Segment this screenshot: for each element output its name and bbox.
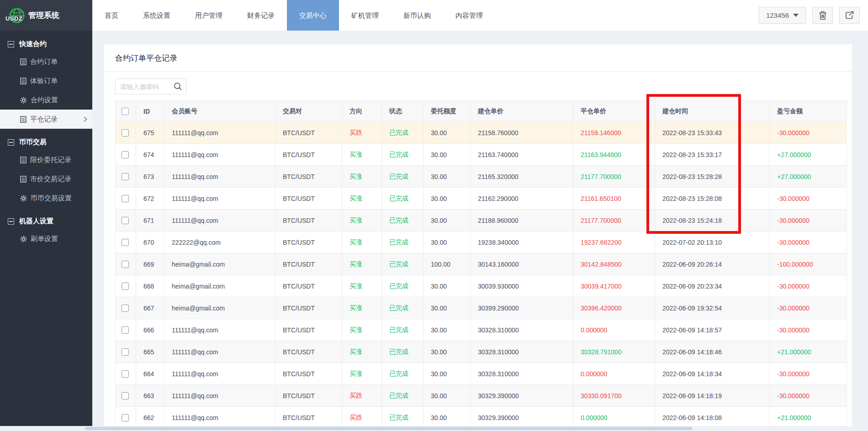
cell-amount: 30.00: [423, 122, 471, 144]
row-checkbox[interactable]: [122, 151, 129, 158]
cell-pair: BTC/USDT: [275, 275, 342, 297]
nav-item-2[interactable]: 用户管理: [183, 0, 235, 31]
cell-pnl: -100.000000: [770, 253, 847, 275]
sidebar-item-2-0[interactable]: 刷单设置: [0, 229, 92, 248]
cell-amount: 30.00: [423, 319, 471, 341]
cell-pnl: +27.000000: [770, 144, 847, 166]
cell-status: 已完成: [382, 122, 423, 144]
horizontal-scrollbar-thumb[interactable]: [85, 427, 693, 430]
cell-account: 111111@qq.com: [164, 385, 275, 407]
cell-id: 662: [136, 407, 164, 429]
cell-open_price: 19238.340000: [471, 231, 573, 253]
cell-amount: 30.00: [423, 363, 471, 385]
cell-pnl: -30.000000: [770, 275, 847, 297]
cell-close_price: 0.000000: [573, 407, 655, 429]
table-row: 668heima@gmail.comBTC/USDT买涨已完成30.003003…: [116, 275, 847, 297]
sidebar-item-1-1[interactable]: 市价交易记录: [0, 169, 92, 189]
row-checkbox[interactable]: [122, 195, 129, 202]
cell-account: 222222@qq.com: [164, 231, 275, 253]
cell-amount: 100.00: [423, 253, 471, 275]
export-icon: [845, 11, 854, 20]
sidebar-item-0-3[interactable]: 平仓记录: [0, 110, 92, 129]
cell-direction: 买涨: [342, 231, 382, 253]
cell-status: 已完成: [382, 144, 423, 166]
sidebar-item-0-0[interactable]: 合约订单: [0, 52, 92, 71]
table-row: 672111111@qq.comBTC/USDT买涨已完成30.0021162.…: [116, 188, 847, 210]
cell-pnl: -30.000000: [770, 297, 847, 319]
nav-item-5[interactable]: 矿机管理: [339, 0, 391, 31]
page-title: 合约订单平仓记录: [104, 44, 852, 72]
row-checkbox[interactable]: [122, 239, 129, 246]
cell-open_price: 30039.930000: [471, 275, 573, 297]
collapse-icon: [8, 41, 14, 47]
cell-pair: BTC/USDT: [275, 188, 342, 210]
row-checkbox[interactable]: [122, 305, 129, 312]
nav-item-6[interactable]: 新币认购: [391, 0, 443, 31]
cell-open_time: 2022-06-09 20:26:14: [655, 253, 770, 275]
row-checkbox[interactable]: [122, 217, 129, 224]
nav-item-0[interactable]: 首页: [92, 0, 131, 31]
sidebar-section-title-1[interactable]: 币币交易: [0, 129, 92, 150]
row-checkbox[interactable]: [122, 261, 129, 268]
cell-account: 111111@qq.com: [164, 188, 275, 210]
table-row: 665111111@qq.comBTC/USDT买涨已完成30.0030328.…: [116, 341, 847, 363]
search-icon[interactable]: [174, 82, 182, 92]
column-header-0: ID: [136, 101, 164, 122]
cell-direction: 买涨: [342, 319, 382, 341]
trash-button[interactable]: [812, 7, 833, 24]
table-row: 674111111@qq.comBTC/USDT买涨已完成30.0021163.…: [116, 144, 847, 166]
cell-open_time: 2022-08-23 15:24:18: [655, 210, 770, 231]
row-checkbox[interactable]: [122, 414, 129, 421]
cell-id: 672: [136, 188, 164, 210]
gear-icon: [20, 236, 27, 242]
sidebar: 快速合约合约订单体验订单合约设置平仓记录币币交易限价委托记录市价交易记录币币交易…: [0, 31, 92, 426]
select-all-checkbox[interactable]: [122, 108, 129, 115]
user-menu-button[interactable]: 123456: [759, 7, 806, 24]
column-header-9: 盈亏金额: [770, 101, 847, 122]
collapse-icon: [8, 218, 14, 225]
table-row: 663111111@qq.comBTC/USDT买跌已完成30.0030329.…: [116, 385, 847, 407]
cell-amount: 30.00: [423, 407, 471, 429]
cell-id: 671: [136, 210, 164, 231]
cell-close_price: 21163.944800: [573, 144, 655, 166]
user-menu-label: 123456: [766, 11, 789, 19]
chevron-down-icon: [793, 14, 799, 17]
cell-amount: 30.00: [423, 144, 471, 166]
row-checkbox[interactable]: [122, 348, 129, 356]
sidebar-item-0-1[interactable]: 体验订单: [0, 71, 92, 90]
cell-status: 已完成: [382, 363, 423, 385]
app-name: 管理系统: [28, 10, 59, 21]
cell-id: 666: [136, 319, 164, 341]
nav-item-4[interactable]: 交易中心: [287, 0, 339, 31]
cell-pair: BTC/USDT: [275, 253, 342, 275]
sidebar-item-1-0[interactable]: 限价委托记录: [0, 150, 92, 169]
nav-item-7[interactable]: 内容管理: [443, 0, 495, 31]
cell-id: 669: [136, 253, 164, 275]
column-header-6: 建仓单价: [471, 101, 573, 122]
cell-account: 111111@qq.com: [164, 319, 275, 341]
cell-pair: BTC/USDT: [275, 407, 342, 429]
sidebar-section-title-0[interactable]: 快速合约: [0, 31, 92, 52]
row-checkbox[interactable]: [122, 129, 129, 137]
nav-item-1[interactable]: 系统设置: [131, 0, 183, 31]
sidebar-section-title-2[interactable]: 机器人设置: [0, 208, 92, 229]
sidebar-item-0-2[interactable]: 合约设置: [0, 90, 92, 110]
top-header: USDZ 管理系统 首页系统设置用户管理财务记录交易中心矿机管理新币认购内容管理…: [0, 0, 868, 31]
cell-status: 已完成: [382, 231, 423, 253]
row-checkbox[interactable]: [122, 392, 129, 399]
row-checkbox[interactable]: [122, 173, 129, 180]
cell-pnl: -30.000000: [770, 188, 847, 210]
row-checkbox[interactable]: [122, 370, 129, 378]
gear-icon: [20, 97, 27, 104]
row-checkbox[interactable]: [122, 283, 129, 290]
cell-direction: 买涨: [342, 144, 382, 166]
cell-id: 665: [136, 341, 164, 363]
nav-item-3[interactable]: 财务记录: [235, 0, 287, 31]
cell-close_price: 21177.700000: [573, 166, 655, 188]
row-checkbox[interactable]: [122, 326, 129, 334]
logout-button[interactable]: [839, 7, 860, 24]
sidebar-item-1-2[interactable]: 币币交易设置: [0, 189, 92, 208]
cell-account: 111111@qq.com: [164, 363, 275, 385]
gear-icon: [20, 195, 27, 202]
cell-pnl: -30.000000: [770, 231, 847, 253]
